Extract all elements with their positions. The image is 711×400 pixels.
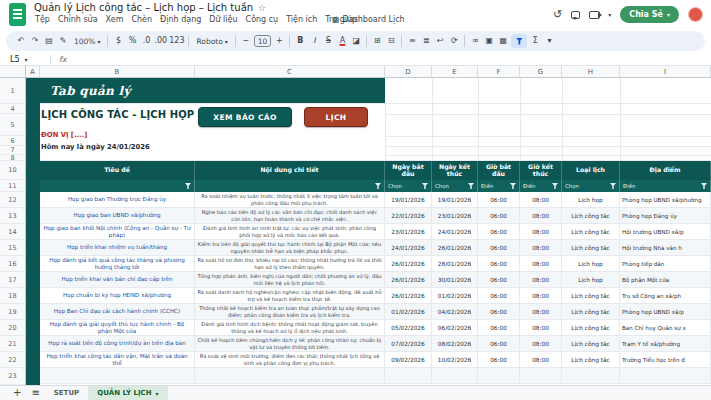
row-header[interactable]: 11 [0,180,25,192]
version-history-icon[interactable]: ↺ [553,9,562,20]
cell-location[interactable]: Phòng tiếp dân [620,256,711,271]
cell-start-date[interactable]: 26/01/2026 [385,288,432,303]
filter-cell[interactable] [40,180,195,192]
column-header[interactable]: C [195,66,385,77]
column-header[interactable]: I [620,66,711,77]
borders-button[interactable]: ⊞ [371,34,383,48]
cell-start-time[interactable]: 06:00 [478,320,520,335]
cell-schedule-type[interactable]: Lịch công tác [562,304,620,319]
cell-title[interactable]: Họp đánh giá kết quả công tác tháng và p… [40,256,195,271]
filter-funnel-icon[interactable] [701,183,707,189]
cell-end-date[interactable]: 08/02/2026 [432,336,478,351]
cell-start-date[interactable]: 26/01/2026 [385,256,432,271]
row-header[interactable]: 4 [0,104,25,114]
name-box[interactable]: L5 ▾ [0,55,50,64]
share-button[interactable]: Chia Sẻ ▾ [620,6,679,23]
increase-decimal-button[interactable]: .00 [154,34,167,48]
sheet-tab-setup[interactable]: SETUP [45,386,88,400]
cell-schedule-type[interactable]: Lịch họp [562,272,620,287]
cell-start-date[interactable]: 19/01/2026 [385,192,432,207]
filter-funnel-icon[interactable] [510,183,516,189]
cell-start-time[interactable]: 06:00 [478,240,520,255]
table-header-cell[interactable]: Ngày kết thúc [432,161,478,180]
vertical-align-button[interactable]: ≣ [420,34,432,48]
insert-chart-button[interactable]: ▦ [497,34,509,48]
lich-button[interactable]: LỊCH [304,107,368,127]
cell-end-time[interactable]: 08:00 [520,240,562,255]
cell-end-time[interactable]: 08:00 [520,336,562,351]
font-size-input[interactable]: 10 [254,35,272,47]
view-report-button[interactable]: XEM BÁO CÁO [198,107,292,127]
paint-format-button[interactable]: ✎ [57,34,69,48]
cell-description[interactable]: Rà soát hồ sơ đơn thư, khiếu nại tố cáo;… [195,256,385,271]
cell-description[interactable]: Đánh giá tình hình an ninh trật tự, các … [195,224,385,239]
row-header[interactable]: 15 [0,240,25,256]
column-header[interactable]: H [562,66,620,77]
column-header[interactable]: G [520,66,562,77]
table-header-cell[interactable]: Giờ bắt đầu [478,161,520,180]
cell-end-time[interactable]: 08:00 [520,320,562,335]
row-header[interactable]: 22 [0,352,25,368]
cell-end-time[interactable]: 08:00 [520,192,562,207]
avatar[interactable] [688,7,703,22]
filter-cell[interactable]: Điền [520,180,562,192]
cell-description[interactable]: Chốt kế hoạch tiêm chủng/chiến dịch y tế… [195,336,385,351]
text-color-button[interactable]: A [336,34,348,48]
merge-cells-button[interactable]: ⊟ [385,34,397,48]
filter-funnel-icon[interactable] [375,183,381,189]
cell-description[interactable]: Đánh giá tình hình dịch bệnh; thống nhất… [195,320,385,335]
table-header-cell[interactable]: Loại lịch [562,161,620,180]
cell-end-date[interactable]: 10/02/2026 [432,352,478,367]
cell-location[interactable]: Phòng họp UBND xã/phường [620,192,711,207]
cell-start-date[interactable]: 23/01/2026 [385,224,432,239]
functions-button[interactable]: Σ [529,34,541,48]
cell-end-date[interactable]: 26/01/2026 [432,240,478,255]
cell-end-date[interactable]: 24/01/2026 [432,224,478,239]
cell-description[interactable]: Rà soát danh sách hộ nghèo/cận nghèo; cậ… [195,288,385,303]
filter-cell[interactable]: Điền [620,180,711,192]
cell-title[interactable] [40,368,195,383]
zoom-select[interactable]: 100% ▾ [71,34,103,48]
filter-funnel-icon[interactable] [185,183,191,189]
row-header[interactable]: 13 [0,208,25,224]
table-header-cell[interactable]: Giờ kết thúc [520,161,562,180]
cell-description[interactable] [195,368,385,383]
cell-start-date[interactable]: 05/02/2026 [385,320,432,335]
cell-start-time[interactable]: 06:00 [478,288,520,303]
sheets-logo-icon[interactable] [9,3,26,26]
redo-button[interactable]: ↷ [29,34,41,48]
row-header[interactable]: 20 [0,320,25,336]
row-header[interactable]: 7 [0,146,25,155]
cell-end-date[interactable]: 28/01/2026 [432,256,478,271]
cell-schedule-type[interactable]: Lịch công tác [562,224,620,239]
cell-location[interactable]: Trụ sở Công an xã/ph [620,288,711,303]
column-header[interactable]: B [40,66,195,77]
row-header[interactable]: 21 [0,336,25,352]
cell-title[interactable]: Họp triển khai công tác dân vận, Mặt trậ… [40,352,195,367]
row-header[interactable]: 19 [0,304,25,320]
row-header[interactable]: 5 [0,114,25,136]
filter-cell[interactable]: Chọn [385,180,432,192]
cell-description[interactable]: Rà soát nhiệm vụ tuần trước, thống nhất … [195,192,385,207]
cell-title[interactable]: Họp triển khai văn bản chỉ đạo cấp trên [40,272,195,287]
cell-end-time[interactable] [520,368,562,383]
cell-start-time[interactable]: 06:00 [478,192,520,207]
row-header[interactable]: 23 [0,368,25,385]
table-header-cell[interactable]: Ngày bắt đầu [385,161,432,180]
menu-item-dashboard[interactable]: ▦ Dashboard Lịch [328,15,409,24]
cell-schedule-type[interactable]: Lịch công tác [562,320,620,335]
cell-end-time[interactable]: 08:00 [520,288,562,303]
menu-item[interactable]: Dữ liệu [205,15,241,24]
comment-icon[interactable] [571,11,580,19]
cell-description[interactable]: Thống nhất kế hoạch kiểm tra an toàn thự… [195,304,385,319]
row-header[interactable]: 1 [0,78,25,104]
cell-schedule-type[interactable]: Lịch công tác [562,288,620,303]
cell-end-date[interactable]: 30/01/2026 [432,272,478,287]
cell-start-date[interactable] [385,368,432,383]
decrease-font-size-button[interactable]: − [240,34,252,48]
all-sheets-icon[interactable]: ≡ [26,388,44,398]
cell-start-date[interactable]: 24/01/2026 [385,240,432,255]
font-select[interactable]: Roboto ▾ [193,34,230,48]
cell-schedule-type[interactable]: Lịch họp [562,256,620,271]
cell-start-date[interactable]: 07/02/2026 [385,336,432,351]
